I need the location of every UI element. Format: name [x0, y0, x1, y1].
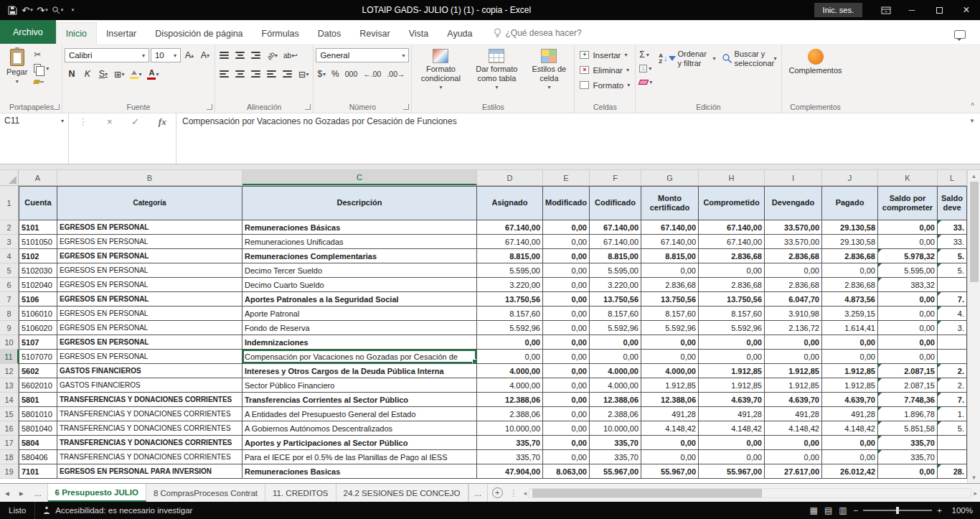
bottom-align-button[interactable]	[249, 48, 263, 62]
cell-A5[interactable]: 5102030	[19, 263, 57, 278]
cell-J6[interactable]: 2.836,68	[822, 278, 878, 292]
quick-access-extra-button[interactable]: ▾	[51, 2, 64, 18]
cell-H19[interactable]: 55.967,00	[699, 464, 765, 479]
cell-C6[interactable]: Decimo Cuarto Sueldo	[242, 278, 477, 292]
cell-D1[interactable]: Asignado	[477, 186, 543, 220]
cell-G12[interactable]: 4.000,00	[641, 364, 699, 378]
cell-C16[interactable]: A Gobiernos Autónomos Descentralizados	[242, 421, 477, 436]
cell-H18[interactable]: 0,00	[699, 450, 765, 464]
tab-insertar[interactable]: Insertar	[97, 23, 146, 44]
cell-C3[interactable]: Remuneraciones Unificadas	[242, 235, 477, 249]
cell-G16[interactable]: 4.148,42	[641, 421, 699, 436]
name-box[interactable]: C11▾	[0, 113, 69, 164]
cell-J17[interactable]: 0,00	[822, 436, 878, 450]
cell-D9[interactable]: 5.592,96	[477, 321, 543, 335]
delete-cells-button[interactable]: ×Eliminar▾	[577, 63, 633, 77]
font-color-button[interactable]: A ▾	[145, 67, 161, 81]
cell-E19[interactable]: 8.063,00	[543, 464, 590, 479]
zoom-slider[interactable]	[863, 510, 932, 511]
cell-L6[interactable]	[938, 278, 967, 292]
tab-formulas[interactable]: Fórmulas	[253, 23, 308, 44]
cell-J8[interactable]: 3.259,15	[822, 307, 878, 321]
cell-L17[interactable]	[938, 436, 967, 450]
cell-B8[interactable]: EGRESOS EN PERSONAL	[57, 307, 242, 321]
cell-L4[interactable]: 5.	[938, 249, 967, 263]
cell-C12[interactable]: Intereses y Otros Cargos de la Deuda Púb…	[242, 364, 477, 378]
column-header-J[interactable]: J	[822, 170, 878, 185]
cell-I9[interactable]: 2.136,72	[765, 321, 822, 335]
cell-K13[interactable]: 2.087,15	[878, 378, 938, 393]
cell-B12[interactable]: GASTOS FINANCIEROS	[57, 364, 242, 378]
cell-G15[interactable]: 491,28	[641, 407, 699, 421]
hscroll-right-icon[interactable]: ▸	[974, 490, 977, 497]
cell-B5[interactable]: EGRESOS EN PERSONAL	[57, 263, 242, 278]
cell-A11[interactable]: 5107070	[19, 350, 57, 364]
customize-qat-button[interactable]: ▾	[66, 2, 79, 18]
cell-I4[interactable]: 2.836,68	[765, 249, 822, 263]
cell-A7[interactable]: 5106	[19, 292, 57, 307]
redo-button[interactable]: ↷▾	[36, 2, 49, 18]
sheet-overflow-right-button[interactable]: ...	[468, 484, 489, 502]
cell-E11[interactable]: 0,00	[543, 350, 590, 364]
column-header-G[interactable]: G	[641, 170, 699, 185]
column-header-D[interactable]: D	[477, 170, 543, 185]
cell-A14[interactable]: 5801	[19, 393, 57, 407]
cell-L13[interactable]: 2.	[938, 378, 967, 393]
scroll-down-icon[interactable]: ▾	[972, 474, 976, 481]
cell-A19[interactable]: 7101	[19, 464, 57, 479]
row-header-14[interactable]: 14	[0, 393, 19, 407]
cell-B9[interactable]: EGRESOS EN PERSONAL	[57, 321, 242, 335]
cell-C7[interactable]: Aportes Patronales a la Seguridad Social	[242, 292, 477, 307]
currency-format-button[interactable]: $▾	[316, 67, 327, 80]
align-left-button[interactable]	[217, 67, 232, 81]
row-header-6[interactable]: 6	[0, 278, 19, 292]
cell-C1[interactable]: Descripción	[242, 186, 477, 220]
cell-L5[interactable]: 5.	[938, 263, 967, 278]
cell-B1[interactable]: Categoría	[57, 186, 242, 220]
accessibility-status-button[interactable]: Accesibilidad: es necesario investigar	[34, 502, 199, 519]
cell-L12[interactable]: 2.	[938, 364, 967, 378]
row-header-18[interactable]: 18	[0, 450, 19, 464]
vertical-scrollbar[interactable]: ▴ ▾	[967, 170, 980, 483]
percent-format-button[interactable]: %	[330, 67, 341, 80]
cell-L19[interactable]: 28.	[938, 464, 967, 479]
cell-I13[interactable]: 1.912,85	[765, 378, 822, 393]
font-name-select[interactable]: Calibri▾	[65, 48, 149, 62]
add-sheet-button[interactable]: +	[488, 484, 507, 502]
cell-D4[interactable]: 8.815,00	[477, 249, 543, 263]
horizontal-scrollbar[interactable]: ◂ ▸	[521, 484, 980, 502]
cell-I1[interactable]: Devengado	[765, 186, 822, 220]
cell-F8[interactable]: 8.157,60	[590, 307, 641, 321]
cell-F12[interactable]: 4.000,00	[590, 364, 641, 378]
cell-A17[interactable]: 5804	[19, 436, 57, 450]
cell-I19[interactable]: 27.617,00	[765, 464, 822, 479]
hscroll-left-icon[interactable]: ◂	[524, 490, 527, 497]
cell-J19[interactable]: 26.012,42	[822, 464, 878, 479]
top-align-button[interactable]	[217, 48, 232, 62]
alignment-dialog-launcher-icon[interactable]	[305, 104, 311, 110]
cell-E8[interactable]: 0,00	[543, 307, 590, 321]
increase-font-button[interactable]: A▴	[182, 48, 197, 62]
cell-C18[interactable]: Para el IECE por el 0.5% de las Planilla…	[242, 450, 477, 464]
autosum-button[interactable]: Σ▾	[638, 48, 654, 61]
cell-D6[interactable]: 3.220,00	[477, 278, 543, 292]
merge-center-button[interactable]: ⊟▾	[296, 67, 311, 81]
cell-G6[interactable]: 2.836,68	[641, 278, 699, 292]
cell-D17[interactable]: 335,70	[477, 436, 543, 450]
underline-button[interactable]: S▾	[96, 67, 110, 81]
tab-archivo[interactable]: Archivo	[0, 20, 56, 44]
cell-D7[interactable]: 13.750,56	[477, 292, 543, 307]
cell-K11[interactable]: 0,00	[878, 350, 938, 364]
orientation-button[interactable]: ab▾	[265, 48, 280, 62]
row-header-5[interactable]: 5	[0, 263, 19, 278]
cut-button[interactable]: ✂	[32, 48, 51, 61]
cell-B10[interactable]: EGRESOS EN PERSONAL	[57, 335, 242, 350]
cell-C9[interactable]: Fondo de Reserva	[242, 321, 477, 335]
cell-A18[interactable]: 580406	[19, 450, 57, 464]
cell-J10[interactable]: 0,00	[822, 335, 878, 350]
cell-A9[interactable]: 5106020	[19, 321, 57, 335]
cell-K2[interactable]: 0,00	[878, 220, 938, 235]
cell-C11[interactable]: Compensación por Vacaciones no Gozadas p…	[242, 350, 477, 364]
cell-G19[interactable]: 55.967,00	[641, 464, 699, 479]
cell-L7[interactable]: 7.	[938, 292, 967, 307]
